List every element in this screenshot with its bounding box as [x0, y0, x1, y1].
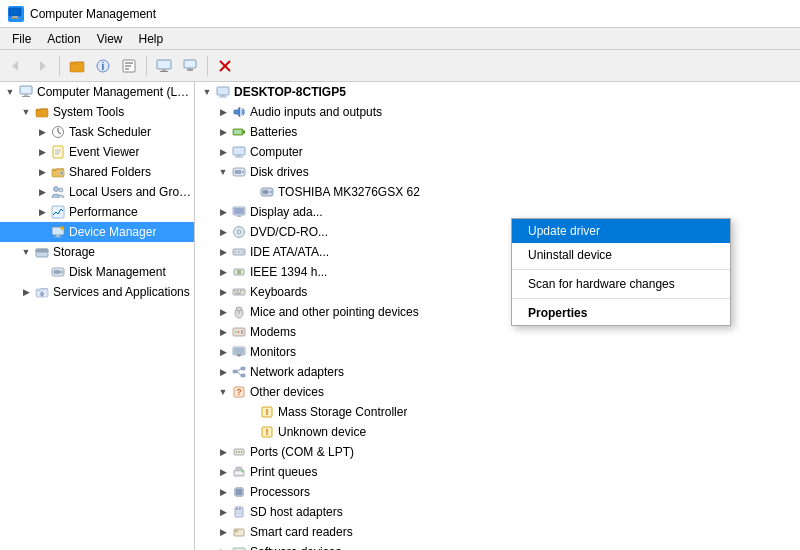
toggle-modems[interactable]: ▶ [215, 324, 231, 340]
toggle-ports[interactable]: ▶ [215, 444, 231, 460]
toggle-software-dev[interactable]: ▶ [215, 544, 231, 550]
menu-help[interactable]: Help [131, 31, 172, 47]
toggle-print-queues[interactable]: ▶ [215, 464, 231, 480]
performance-icon [50, 204, 66, 220]
toggle-smart-card[interactable]: ▶ [215, 524, 231, 540]
toggle-performance[interactable]: ▶ [34, 204, 50, 220]
tree-software-dev[interactable]: ▶ </> Software devices [195, 542, 800, 550]
tree-unknown[interactable]: ! Unknown device [195, 422, 800, 442]
svg-rect-52 [217, 87, 229, 95]
tree-event-viewer[interactable]: ▶ Event Viewer [0, 142, 194, 162]
context-uninstall-device[interactable]: Uninstall device [512, 243, 730, 267]
tree-processors[interactable]: ▶ Proces [195, 482, 800, 502]
svg-rect-93 [241, 330, 243, 334]
services-icon [34, 284, 50, 300]
tree-toshiba[interactable]: TOSHIBA MK3276GSX 62 [195, 182, 800, 202]
tree-device-manager[interactable]: ! Device Manager [0, 222, 194, 242]
tree-ports[interactable]: ▶ Ports (COM & LPT) [195, 442, 800, 462]
svg-rect-86 [235, 293, 241, 295]
tree-audio[interactable]: ▶ Audio inputs and outputs [195, 102, 800, 122]
tree-system-tools[interactable]: ▼ System Tools [0, 102, 194, 122]
svg-rect-95 [234, 348, 244, 354]
toggle-display[interactable]: ▶ [215, 204, 231, 220]
computer-right-icon [231, 144, 247, 160]
svg-rect-0 [9, 8, 21, 16]
svg-rect-133 [239, 508, 241, 510]
tree-monitors[interactable]: ▶ Monitors [195, 342, 800, 362]
shared-folders-icon [50, 164, 66, 180]
tree-network[interactable]: ▶ Network adapters [195, 362, 800, 382]
toshiba-label: TOSHIBA MK3276GSX 62 [278, 185, 420, 199]
toggle-task-scheduler[interactable]: ▶ [34, 124, 50, 140]
svg-rect-20 [20, 86, 32, 94]
tree-services-apps[interactable]: ▶ Services and Applications [0, 282, 194, 302]
toggle-services-apps[interactable]: ▶ [18, 284, 34, 300]
event-viewer-icon [50, 144, 66, 160]
toggle-processors[interactable]: ▶ [215, 484, 231, 500]
svg-point-36 [59, 188, 63, 192]
context-properties[interactable]: Properties [512, 301, 730, 325]
performance-label: Performance [69, 205, 138, 219]
toggle-storage[interactable]: ▼ [18, 244, 34, 260]
toggle-sd-host[interactable]: ▶ [215, 504, 231, 520]
toggle-mice[interactable]: ▶ [215, 304, 231, 320]
local-users-icon [50, 184, 66, 200]
toggle-computer-right[interactable]: ▶ [215, 144, 231, 160]
tree-disk-mgmt[interactable]: Disk Management [0, 262, 194, 282]
menu-view[interactable]: View [89, 31, 131, 47]
menu-action[interactable]: Action [39, 31, 88, 47]
tree-storage[interactable]: ▼ Storage [0, 242, 194, 262]
forward-button[interactable] [30, 54, 54, 78]
toggle-keyboards[interactable]: ▶ [215, 284, 231, 300]
toggle-event-viewer[interactable]: ▶ [34, 144, 50, 160]
context-update-driver[interactable]: Update driver [512, 219, 730, 243]
toggle-ide-ata[interactable]: ▶ [215, 244, 231, 260]
toggle-network[interactable]: ▶ [215, 364, 231, 380]
tree-disk-drives[interactable]: ▼ Disk drives [195, 162, 800, 182]
tree-sd-host[interactable]: ▶ SD host adapters [195, 502, 800, 522]
toggle-dvd[interactable]: ▶ [215, 224, 231, 240]
audio-icon [231, 104, 247, 120]
svg-rect-118 [236, 489, 242, 495]
system-tools-label: System Tools [53, 105, 124, 119]
svg-rect-22 [22, 96, 30, 97]
tree-smart-card[interactable]: ▶ Smart card readers [195, 522, 800, 542]
svg-text:?: ? [236, 387, 242, 397]
svg-rect-23 [36, 109, 48, 117]
tree-batteries[interactable]: ▶ Batteries [195, 122, 800, 142]
back-button[interactable] [4, 54, 28, 78]
toggle-monitors[interactable]: ▶ [215, 344, 231, 360]
device-manager-label: Device Manager [69, 225, 156, 239]
folder-button[interactable] [65, 54, 89, 78]
tree-performance[interactable]: ▶ Performance [0, 202, 194, 222]
toggle-batteries[interactable]: ▶ [215, 124, 231, 140]
tree-local-users[interactable]: ▶ Local Users and Groups [0, 182, 194, 202]
toggle-shared-folders[interactable]: ▶ [34, 164, 50, 180]
tree-computer-right[interactable]: ▶ Computer [195, 142, 800, 162]
toggle-desktop[interactable]: ▼ [199, 84, 215, 100]
context-scan-hardware[interactable]: Scan for hardware changes [512, 272, 730, 296]
toggle-audio[interactable]: ▶ [215, 104, 231, 120]
tree-shared-folders[interactable]: ▶ Shared Folders [0, 162, 194, 182]
computer-button[interactable] [152, 54, 176, 78]
tree-mass-storage[interactable]: ! Mass Storage Controller [195, 402, 800, 422]
tree-print-queues[interactable]: ▶ Print queues [195, 462, 800, 482]
tree-desktop-root[interactable]: ▼ DESKTOP-8CTIGP5 [195, 82, 800, 102]
monitor-button[interactable] [178, 54, 202, 78]
toggle-disk-drives[interactable]: ▼ [215, 164, 231, 180]
svg-point-66 [270, 191, 272, 193]
tree-task-scheduler[interactable]: ▶ Task Scheduler [0, 122, 194, 142]
context-menu: Update driver Uninstall device Scan for … [511, 218, 731, 326]
toggle-computer-mgmt[interactable]: ▼ [2, 84, 18, 100]
tree-other[interactable]: ▼ ? Other devices [195, 382, 800, 402]
tree-computer-mgmt[interactable]: ▼ Computer Management (Local [0, 82, 194, 102]
toggle-ieee1394[interactable]: ▶ [215, 264, 231, 280]
toggle-local-users[interactable]: ▶ [34, 184, 50, 200]
svg-point-75 [235, 251, 237, 253]
toggle-system-tools[interactable]: ▼ [18, 104, 34, 120]
delete-button[interactable] [213, 54, 237, 78]
menu-file[interactable]: File [4, 31, 39, 47]
info-button[interactable]: i [91, 54, 115, 78]
toggle-other[interactable]: ▼ [215, 384, 231, 400]
properties-button[interactable] [117, 54, 141, 78]
